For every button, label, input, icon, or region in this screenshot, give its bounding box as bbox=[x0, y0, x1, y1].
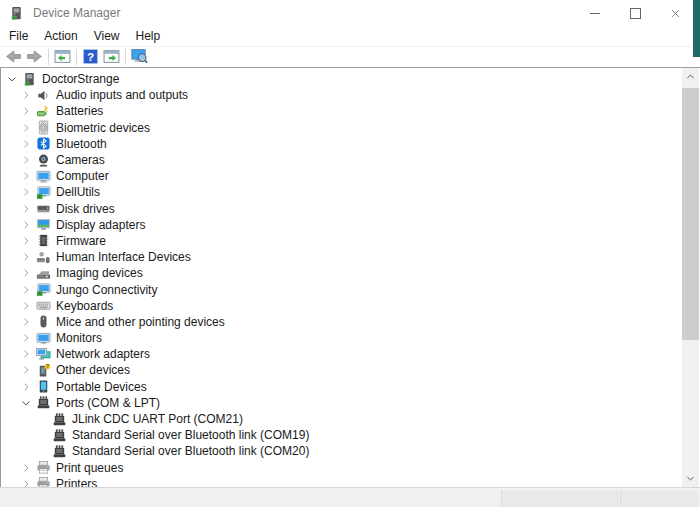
tree-item-standard-serial-over-bluetooth-link-com19[interactable]: Standard Serial over Bluetooth link (COM… bbox=[1, 427, 700, 443]
speaker-icon bbox=[36, 88, 51, 103]
minimize-button[interactable] bbox=[575, 0, 615, 26]
scrollbar-down-button[interactable] bbox=[682, 470, 699, 487]
software-device-icon bbox=[36, 282, 51, 297]
tree-item-label: Imaging devices bbox=[56, 266, 143, 280]
chevron-right-icon[interactable] bbox=[19, 185, 33, 199]
tree-item-batteries[interactable]: Batteries bbox=[1, 103, 700, 119]
chevron-down-icon[interactable] bbox=[5, 72, 19, 86]
tree-item-doctorstrange[interactable]: DoctorStrange bbox=[1, 71, 700, 87]
toolbar-separator bbox=[48, 49, 49, 65]
unknown-device-icon: ? bbox=[36, 363, 51, 378]
help-icon: ? bbox=[82, 48, 99, 65]
tree-item-mice-and-other-pointing-devices[interactable]: Mice and other pointing devices bbox=[1, 314, 700, 330]
tree-item-display-adapters[interactable]: Display adapters bbox=[1, 217, 700, 233]
tree-item-jlink-cdc-uart-port-com21[interactable]: JLink CDC UART Port (COM21) bbox=[1, 411, 700, 427]
chevron-right-icon[interactable] bbox=[19, 169, 33, 183]
tree-item-label: Display adapters bbox=[56, 218, 145, 232]
chevron-spacer bbox=[35, 428, 49, 442]
scan-for-hardware-changes-button[interactable] bbox=[129, 47, 150, 66]
tree-item-computer[interactable]: Computer bbox=[1, 168, 700, 184]
forward-button[interactable] bbox=[24, 47, 45, 66]
devmgr-icon bbox=[22, 72, 37, 87]
tree-item-label: Standard Serial over Bluetooth link (COM… bbox=[72, 428, 309, 442]
tree-item-jungo-connectivity[interactable]: Jungo Connectivity bbox=[1, 281, 700, 297]
status-bar bbox=[0, 487, 700, 507]
chevron-right-icon[interactable] bbox=[19, 250, 33, 264]
tree-item-label: Firmware bbox=[56, 234, 106, 248]
tree-item-portable-devices[interactable]: Portable Devices bbox=[1, 379, 700, 395]
printer-icon bbox=[36, 460, 51, 475]
tree-item-label: Biometric devices bbox=[56, 121, 150, 135]
tree-item-dellutils[interactable]: DellUtils bbox=[1, 184, 700, 200]
chevron-right-icon[interactable] bbox=[19, 299, 33, 313]
minimize-icon bbox=[590, 13, 600, 14]
chevron-right-icon[interactable] bbox=[19, 363, 33, 377]
tree-item-other-devices[interactable]: ?Other devices bbox=[1, 362, 700, 378]
device-manager-icon bbox=[9, 6, 24, 21]
chevron-right-icon[interactable] bbox=[19, 380, 33, 394]
tree-item-standard-serial-over-bluetooth-link-com20[interactable]: Standard Serial over Bluetooth link (COM… bbox=[1, 443, 700, 459]
chevron-right-icon[interactable] bbox=[19, 461, 33, 475]
device-tree: DoctorStrangeAudio inputs and outputsBat… bbox=[1, 68, 700, 488]
scan-for-hardware-changes-icon bbox=[131, 48, 148, 65]
tree-item-label: Disk drives bbox=[56, 202, 115, 216]
port-icon bbox=[52, 444, 67, 459]
disk-icon bbox=[36, 201, 51, 216]
tree-item-bluetooth[interactable]: Bluetooth bbox=[1, 136, 700, 152]
chevron-right-icon[interactable] bbox=[19, 347, 33, 361]
camera-icon bbox=[36, 153, 51, 168]
scrollbar-thumb[interactable] bbox=[682, 88, 699, 340]
chevron-right-icon[interactable] bbox=[19, 202, 33, 216]
window-title: Device Manager bbox=[33, 6, 120, 20]
show-hide-console-tree-button[interactable] bbox=[52, 47, 73, 66]
tree-item-biometric-devices[interactable]: Biometric devices bbox=[1, 120, 700, 136]
chevron-right-icon[interactable] bbox=[19, 331, 33, 345]
firmware-icon bbox=[36, 233, 51, 248]
toolbar: ? bbox=[0, 47, 700, 66]
chevron-right-icon[interactable] bbox=[19, 234, 33, 248]
close-button[interactable] bbox=[655, 0, 695, 26]
tree-item-ports-com-lpt[interactable]: Ports (COM & LPT) bbox=[1, 395, 700, 411]
tree-item-monitors[interactable]: Monitors bbox=[1, 330, 700, 346]
tree-item-print-queues[interactable]: Print queues bbox=[1, 460, 700, 476]
chevron-right-icon[interactable] bbox=[19, 218, 33, 232]
tree-item-label: Portable Devices bbox=[56, 380, 147, 394]
menu-item-view[interactable]: View bbox=[86, 27, 128, 45]
network-icon bbox=[36, 347, 51, 362]
tree-item-keyboards[interactable]: Keyboards bbox=[1, 298, 700, 314]
tree-item-firmware[interactable]: Firmware bbox=[1, 233, 700, 249]
properties-button[interactable] bbox=[101, 47, 122, 66]
tree-item-label: Mice and other pointing devices bbox=[56, 315, 225, 329]
menu-item-action[interactable]: Action bbox=[36, 27, 85, 45]
tree-item-human-interface-devices[interactable]: Human Interface Devices bbox=[1, 249, 700, 265]
tree-item-label: Network adapters bbox=[56, 347, 150, 361]
device-tree-pane: DoctorStrangeAudio inputs and outputsBat… bbox=[0, 67, 700, 488]
vertical-scrollbar[interactable] bbox=[682, 68, 699, 487]
chevron-down-icon[interactable] bbox=[19, 396, 33, 410]
tree-item-disk-drives[interactable]: Disk drives bbox=[1, 201, 700, 217]
tree-item-network-adapters[interactable]: Network adapters bbox=[1, 346, 700, 362]
maximize-button[interactable] bbox=[615, 0, 655, 26]
chevron-right-icon[interactable] bbox=[19, 266, 33, 280]
back-button[interactable] bbox=[3, 47, 24, 66]
chevron-right-icon[interactable] bbox=[19, 137, 33, 151]
chevron-right-icon[interactable] bbox=[19, 283, 33, 297]
chevron-right-icon[interactable] bbox=[19, 88, 33, 102]
status-pane bbox=[620, 490, 698, 507]
chevron-right-icon[interactable] bbox=[19, 315, 33, 329]
chevron-right-icon[interactable] bbox=[19, 121, 33, 135]
tree-item-label: Ports (COM & LPT) bbox=[56, 396, 160, 410]
properties-icon bbox=[103, 48, 120, 65]
chevron-right-icon[interactable] bbox=[19, 104, 33, 118]
tree-item-cameras[interactable]: Cameras bbox=[1, 152, 700, 168]
tree-item-imaging-devices[interactable]: Imaging devices bbox=[1, 265, 700, 281]
menu-item-file[interactable]: File bbox=[1, 27, 36, 45]
help-button[interactable]: ? bbox=[80, 47, 101, 66]
menu-item-help[interactable]: Help bbox=[128, 27, 169, 45]
menu-bar: File Action View Help bbox=[0, 26, 700, 47]
tree-item-audio-inputs-and-outputs[interactable]: Audio inputs and outputs bbox=[1, 87, 700, 103]
chevron-right-icon[interactable] bbox=[19, 153, 33, 167]
scrollbar-up-button[interactable] bbox=[682, 68, 699, 85]
background-window-strip bbox=[693, 0, 700, 57]
tree-item-label: Keyboards bbox=[56, 299, 113, 313]
